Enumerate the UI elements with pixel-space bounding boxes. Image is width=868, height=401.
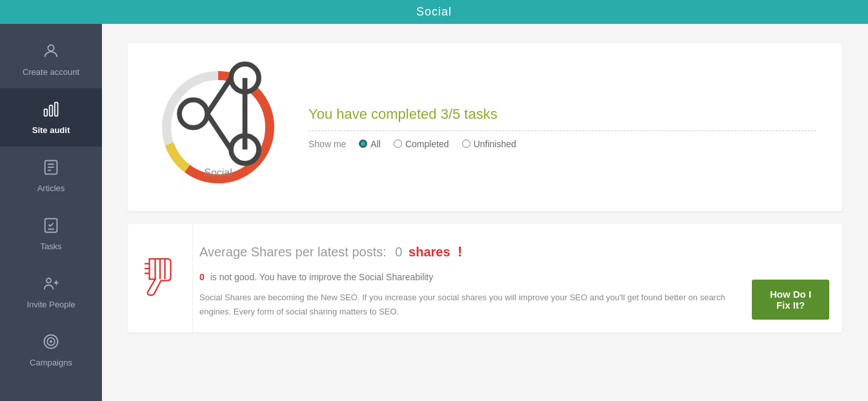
- sidebar-item-campaigns[interactable]: Campaigns: [0, 321, 102, 379]
- metric-desc-suffix: is not good. You have to improve the Soc…: [210, 272, 434, 282]
- metric-value-num: 0: [395, 245, 402, 259]
- radio-all[interactable]: [359, 139, 367, 148]
- sidebar-label-create-account: Create account: [23, 67, 79, 77]
- sidebar-item-invite-people[interactable]: Invite People: [0, 263, 102, 321]
- progress-title: You have completed 3/5 tasks: [308, 106, 816, 131]
- metric-desc-body: Social Shares are becoming the New SEO. …: [199, 291, 726, 319]
- sidebar-item-articles[interactable]: Articles: [0, 147, 102, 205]
- radio-unfinished[interactable]: [462, 139, 470, 148]
- filter-all-label: All: [370, 139, 381, 149]
- circle-label: Social: [154, 167, 283, 179]
- content-area: Social You have completed 3/5 tasks Show…: [102, 24, 868, 401]
- metric-zero: 0: [199, 272, 205, 282]
- sidebar-item-site-audit[interactable]: Site audit: [0, 88, 102, 147]
- metric-desc-line: 0 is not good. You have to improve the S…: [199, 270, 726, 284]
- svg-rect-2: [50, 105, 53, 116]
- filter-completed-label: Completed: [405, 139, 449, 149]
- svg-point-19: [179, 100, 207, 128]
- articles-icon: [42, 158, 60, 180]
- top-bar: Social: [0, 0, 868, 24]
- svg-point-0: [48, 45, 54, 51]
- svg-rect-1: [45, 109, 48, 116]
- sidebar-item-tasks[interactable]: Tasks: [0, 205, 102, 263]
- sidebar-label-articles: Articles: [37, 183, 65, 193]
- svg-line-23: [207, 78, 231, 114]
- sidebar-label-invite-people: Invite People: [26, 300, 75, 309]
- social-network-icon: [154, 48, 283, 180]
- progress-info: You have completed 3/5 tasks Show me All…: [308, 106, 816, 149]
- fix-button[interactable]: How Do I Fix It?: [752, 280, 829, 320]
- filter-unfinished[interactable]: Unfinished: [462, 139, 516, 149]
- progress-circle: Social: [154, 63, 283, 192]
- svg-rect-3: [55, 103, 58, 116]
- metrics-section: Average Shares per latest posts: 0 share…: [128, 224, 842, 333]
- thumbs-down-icon: [141, 250, 179, 302]
- sidebar-label-campaigns: Campaigns: [30, 358, 72, 367]
- filter-label: Show me: [308, 139, 346, 149]
- campaigns-icon: [42, 333, 60, 355]
- radio-completed[interactable]: [394, 139, 402, 148]
- filter-unfinished-label: Unfinished: [474, 139, 516, 149]
- fix-button-column: How Do I Fix It?: [739, 224, 842, 333]
- metric-exclamation: !: [458, 243, 462, 260]
- sidebar-item-create-account[interactable]: Create account: [0, 30, 102, 88]
- main-layout: Create account Site audit: [0, 24, 868, 401]
- filter-all[interactable]: All: [359, 139, 381, 149]
- metric-value: 0: [395, 245, 406, 259]
- sidebar-label-site-audit: Site audit: [32, 125, 70, 135]
- sidebar-label-tasks: Tasks: [40, 242, 61, 251]
- app-title: Social: [416, 5, 452, 18]
- invite-icon: [42, 274, 60, 296]
- svg-point-10: [46, 278, 51, 283]
- metric-content: Average Shares per latest posts: 0 share…: [192, 224, 739, 333]
- user-icon: [42, 42, 60, 64]
- filter-completed[interactable]: Completed: [394, 139, 449, 149]
- metric-title-prefix: Average Shares per latest posts:: [199, 245, 387, 259]
- svg-point-15: [50, 341, 52, 342]
- filter-row: Show me All Completed Unfinished: [308, 139, 816, 149]
- sidebar: Create account Site audit: [0, 24, 102, 401]
- tasks-icon: [42, 216, 60, 238]
- metric-title: Average Shares per latest posts: 0 share…: [199, 243, 726, 260]
- chart-icon: [42, 100, 60, 122]
- metric-icon-column: [128, 224, 192, 333]
- svg-line-22: [207, 114, 231, 149]
- progress-section: Social You have completed 3/5 tasks Show…: [128, 43, 842, 211]
- metric-shares-label: shares: [409, 245, 450, 259]
